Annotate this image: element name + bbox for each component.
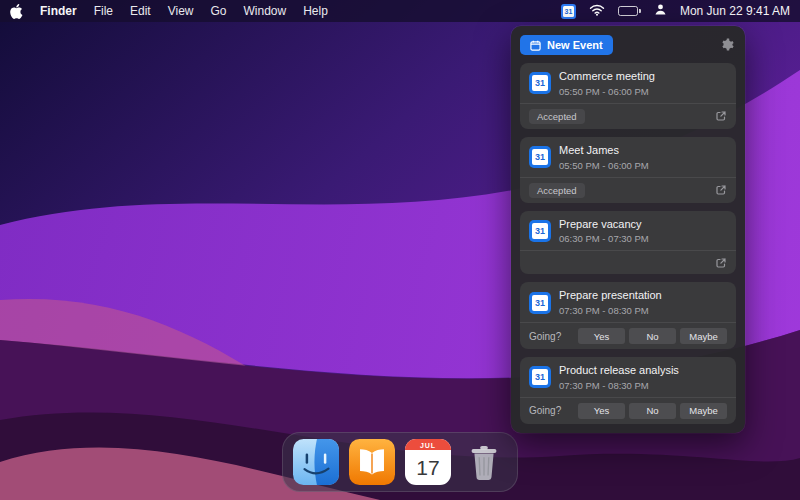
books-dock-icon[interactable] (349, 439, 395, 485)
open-external-icon[interactable] (715, 184, 727, 196)
google-calendar-icon: 31 (529, 292, 551, 314)
event-card[interactable]: 31 Prepare vacancy 06:30 PM - 07:30 PM (520, 211, 736, 275)
google-calendar-icon: 31 (529, 220, 551, 242)
menubar: Finder File Edit View Go Window Help 31 (0, 0, 800, 22)
rsvp-maybe-button[interactable]: Maybe (680, 328, 727, 344)
trash-dock-icon[interactable] (461, 439, 507, 485)
event-title: Commerce meeting (559, 70, 655, 84)
event-card[interactable]: 31 Meet James 05:50 PM - 06:00 PM Accept… (520, 137, 736, 203)
rsvp-yes-button[interactable]: Yes (578, 403, 625, 419)
rsvp-no-button[interactable]: No (629, 328, 676, 344)
event-card[interactable]: 31 Commerce meeting 05:50 PM - 06:00 PM … (520, 63, 736, 129)
status-badge: Accepted (529, 109, 585, 124)
calendar-month-label: JUL (405, 439, 451, 450)
settings-gear-icon[interactable] (718, 36, 736, 54)
finder-dock-icon[interactable] (293, 439, 339, 485)
google-calendar-icon: 31 (529, 72, 551, 94)
event-title: Product release analysis (559, 364, 679, 378)
menubar-clock[interactable]: Mon Jun 22 9:41 AM (680, 4, 790, 18)
google-calendar-icon: 31 (529, 366, 551, 388)
dock: JUL 17 (282, 432, 518, 492)
event-time: 05:50 PM - 06:00 PM (559, 86, 655, 97)
calendar-icon (530, 40, 541, 51)
rsvp-yes-button[interactable]: Yes (578, 328, 625, 344)
rsvp-maybe-button[interactable]: Maybe (680, 403, 727, 419)
event-time: 07:30 PM - 08:30 PM (559, 380, 679, 391)
user-switch-icon[interactable] (654, 3, 667, 19)
event-title: Meet James (559, 144, 649, 158)
event-time: 06:30 PM - 07:30 PM (559, 233, 649, 244)
menu-help[interactable]: Help (303, 4, 328, 18)
menu-edit[interactable]: Edit (130, 4, 151, 18)
status-badge: Accepted (529, 183, 585, 198)
menubar-app-name[interactable]: Finder (40, 4, 77, 18)
event-time: 07:30 PM - 08:30 PM (559, 305, 662, 316)
going-label: Going? (529, 405, 561, 416)
event-card[interactable]: 31 Prepare presentation 07:30 PM - 08:30… (520, 282, 736, 349)
event-card[interactable]: 31 Product release analysis 07:30 PM - 0… (520, 357, 736, 424)
menu-view[interactable]: View (168, 4, 194, 18)
calendar-status-icon[interactable]: 31 (561, 4, 576, 19)
wifi-icon[interactable] (589, 4, 605, 19)
menu-go[interactable]: Go (211, 4, 227, 18)
new-event-button[interactable]: New Event (520, 35, 613, 55)
calendar-panel: New Event 31 Commerce meeting 05:50 PM -… (511, 26, 745, 433)
calendar-day-label: 17 (405, 450, 451, 485)
menu-file[interactable]: File (94, 4, 113, 18)
google-calendar-icon: 31 (529, 146, 551, 168)
apple-menu-icon[interactable] (10, 4, 23, 19)
event-title: Prepare presentation (559, 289, 662, 303)
menu-window[interactable]: Window (244, 4, 287, 18)
event-title: Prepare vacancy (559, 218, 649, 232)
battery-icon[interactable] (618, 6, 641, 16)
open-external-icon[interactable] (715, 110, 727, 122)
calendar-dock-icon[interactable]: JUL 17 (405, 439, 451, 485)
desktop: Finder File Edit View Go Window Help 31 (0, 0, 800, 500)
rsvp-no-button[interactable]: No (629, 403, 676, 419)
going-label: Going? (529, 331, 561, 342)
open-external-icon[interactable] (715, 257, 727, 269)
event-time: 05:50 PM - 06:00 PM (559, 160, 649, 171)
